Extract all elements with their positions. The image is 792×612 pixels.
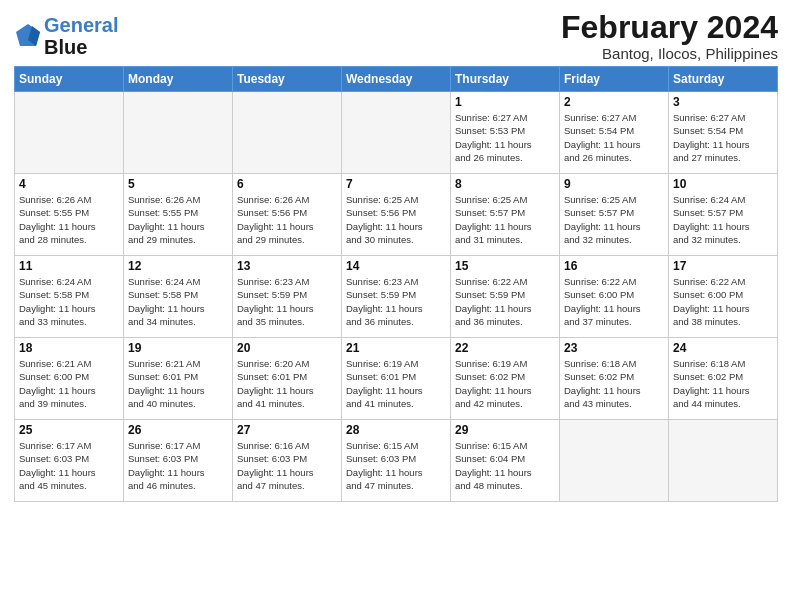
calendar-cell [342, 92, 451, 174]
calendar-cell [124, 92, 233, 174]
day-info: Sunrise: 6:25 AM Sunset: 5:56 PM Dayligh… [346, 193, 446, 246]
calendar-cell: 26Sunrise: 6:17 AM Sunset: 6:03 PM Dayli… [124, 420, 233, 502]
calendar-cell: 25Sunrise: 6:17 AM Sunset: 6:03 PM Dayli… [15, 420, 124, 502]
calendar-cell: 27Sunrise: 6:16 AM Sunset: 6:03 PM Dayli… [233, 420, 342, 502]
day-number: 16 [564, 259, 664, 273]
calendar-cell: 4Sunrise: 6:26 AM Sunset: 5:55 PM Daylig… [15, 174, 124, 256]
day-number: 4 [19, 177, 119, 191]
day-info: Sunrise: 6:25 AM Sunset: 5:57 PM Dayligh… [455, 193, 555, 246]
logo-text: General Blue [44, 14, 118, 58]
day-info: Sunrise: 6:23 AM Sunset: 5:59 PM Dayligh… [346, 275, 446, 328]
day-number: 28 [346, 423, 446, 437]
calendar-cell: 18Sunrise: 6:21 AM Sunset: 6:00 PM Dayli… [15, 338, 124, 420]
day-info: Sunrise: 6:19 AM Sunset: 6:02 PM Dayligh… [455, 357, 555, 410]
day-number: 19 [128, 341, 228, 355]
calendar-cell [233, 92, 342, 174]
day-info: Sunrise: 6:22 AM Sunset: 5:59 PM Dayligh… [455, 275, 555, 328]
day-info: Sunrise: 6:23 AM Sunset: 5:59 PM Dayligh… [237, 275, 337, 328]
day-info: Sunrise: 6:20 AM Sunset: 6:01 PM Dayligh… [237, 357, 337, 410]
day-info: Sunrise: 6:15 AM Sunset: 6:03 PM Dayligh… [346, 439, 446, 492]
weekday-header-monday: Monday [124, 67, 233, 92]
day-info: Sunrise: 6:17 AM Sunset: 6:03 PM Dayligh… [128, 439, 228, 492]
day-info: Sunrise: 6:17 AM Sunset: 6:03 PM Dayligh… [19, 439, 119, 492]
logo: General Blue [14, 14, 118, 58]
day-number: 27 [237, 423, 337, 437]
day-number: 3 [673, 95, 773, 109]
calendar-cell: 6Sunrise: 6:26 AM Sunset: 5:56 PM Daylig… [233, 174, 342, 256]
day-info: Sunrise: 6:27 AM Sunset: 5:54 PM Dayligh… [673, 111, 773, 164]
day-number: 21 [346, 341, 446, 355]
day-number: 20 [237, 341, 337, 355]
header: General Blue February 2024 Bantog, Iloco… [14, 10, 778, 62]
day-number: 8 [455, 177, 555, 191]
calendar-cell [15, 92, 124, 174]
weekday-header-wednesday: Wednesday [342, 67, 451, 92]
calendar-cell: 14Sunrise: 6:23 AM Sunset: 5:59 PM Dayli… [342, 256, 451, 338]
day-info: Sunrise: 6:24 AM Sunset: 5:58 PM Dayligh… [128, 275, 228, 328]
calendar-cell [560, 420, 669, 502]
day-number: 22 [455, 341, 555, 355]
day-number: 23 [564, 341, 664, 355]
calendar-cell: 29Sunrise: 6:15 AM Sunset: 6:04 PM Dayli… [451, 420, 560, 502]
day-number: 2 [564, 95, 664, 109]
calendar-cell: 20Sunrise: 6:20 AM Sunset: 6:01 PM Dayli… [233, 338, 342, 420]
calendar-cell: 9Sunrise: 6:25 AM Sunset: 5:57 PM Daylig… [560, 174, 669, 256]
day-info: Sunrise: 6:16 AM Sunset: 6:03 PM Dayligh… [237, 439, 337, 492]
day-info: Sunrise: 6:24 AM Sunset: 5:58 PM Dayligh… [19, 275, 119, 328]
page-container: General Blue February 2024 Bantog, Iloco… [0, 0, 792, 508]
day-number: 25 [19, 423, 119, 437]
day-info: Sunrise: 6:26 AM Sunset: 5:56 PM Dayligh… [237, 193, 337, 246]
day-info: Sunrise: 6:24 AM Sunset: 5:57 PM Dayligh… [673, 193, 773, 246]
location-title: Bantog, Ilocos, Philippines [561, 45, 778, 62]
calendar-cell: 23Sunrise: 6:18 AM Sunset: 6:02 PM Dayli… [560, 338, 669, 420]
day-info: Sunrise: 6:21 AM Sunset: 6:00 PM Dayligh… [19, 357, 119, 410]
day-info: Sunrise: 6:18 AM Sunset: 6:02 PM Dayligh… [564, 357, 664, 410]
calendar-cell: 17Sunrise: 6:22 AM Sunset: 6:00 PM Dayli… [669, 256, 778, 338]
calendar-cell: 5Sunrise: 6:26 AM Sunset: 5:55 PM Daylig… [124, 174, 233, 256]
day-number: 15 [455, 259, 555, 273]
month-title: February 2024 [561, 10, 778, 45]
weekday-header-thursday: Thursday [451, 67, 560, 92]
day-number: 10 [673, 177, 773, 191]
day-number: 14 [346, 259, 446, 273]
calendar-cell: 7Sunrise: 6:25 AM Sunset: 5:56 PM Daylig… [342, 174, 451, 256]
weekday-header-friday: Friday [560, 67, 669, 92]
calendar-cell: 19Sunrise: 6:21 AM Sunset: 6:01 PM Dayli… [124, 338, 233, 420]
day-info: Sunrise: 6:19 AM Sunset: 6:01 PM Dayligh… [346, 357, 446, 410]
calendar-cell: 10Sunrise: 6:24 AM Sunset: 5:57 PM Dayli… [669, 174, 778, 256]
day-number: 1 [455, 95, 555, 109]
calendar-table: SundayMondayTuesdayWednesdayThursdayFrid… [14, 66, 778, 502]
calendar-cell: 15Sunrise: 6:22 AM Sunset: 5:59 PM Dayli… [451, 256, 560, 338]
calendar-cell: 11Sunrise: 6:24 AM Sunset: 5:58 PM Dayli… [15, 256, 124, 338]
day-number: 29 [455, 423, 555, 437]
calendar-cell: 21Sunrise: 6:19 AM Sunset: 6:01 PM Dayli… [342, 338, 451, 420]
calendar-cell: 2Sunrise: 6:27 AM Sunset: 5:54 PM Daylig… [560, 92, 669, 174]
day-info: Sunrise: 6:15 AM Sunset: 6:04 PM Dayligh… [455, 439, 555, 492]
logo-icon [14, 22, 42, 50]
calendar-cell: 3Sunrise: 6:27 AM Sunset: 5:54 PM Daylig… [669, 92, 778, 174]
day-info: Sunrise: 6:18 AM Sunset: 6:02 PM Dayligh… [673, 357, 773, 410]
day-number: 5 [128, 177, 228, 191]
calendar-cell: 22Sunrise: 6:19 AM Sunset: 6:02 PM Dayli… [451, 338, 560, 420]
day-number: 7 [346, 177, 446, 191]
weekday-header-tuesday: Tuesday [233, 67, 342, 92]
calendar-cell: 28Sunrise: 6:15 AM Sunset: 6:03 PM Dayli… [342, 420, 451, 502]
calendar-cell: 13Sunrise: 6:23 AM Sunset: 5:59 PM Dayli… [233, 256, 342, 338]
day-number: 12 [128, 259, 228, 273]
day-info: Sunrise: 6:21 AM Sunset: 6:01 PM Dayligh… [128, 357, 228, 410]
weekday-header-sunday: Sunday [15, 67, 124, 92]
calendar-cell [669, 420, 778, 502]
day-info: Sunrise: 6:22 AM Sunset: 6:00 PM Dayligh… [673, 275, 773, 328]
weekday-header-saturday: Saturday [669, 67, 778, 92]
day-number: 11 [19, 259, 119, 273]
day-info: Sunrise: 6:27 AM Sunset: 5:54 PM Dayligh… [564, 111, 664, 164]
calendar-cell: 16Sunrise: 6:22 AM Sunset: 6:00 PM Dayli… [560, 256, 669, 338]
day-number: 26 [128, 423, 228, 437]
day-number: 24 [673, 341, 773, 355]
day-info: Sunrise: 6:26 AM Sunset: 5:55 PM Dayligh… [128, 193, 228, 246]
day-number: 9 [564, 177, 664, 191]
calendar-cell: 1Sunrise: 6:27 AM Sunset: 5:53 PM Daylig… [451, 92, 560, 174]
day-info: Sunrise: 6:26 AM Sunset: 5:55 PM Dayligh… [19, 193, 119, 246]
day-info: Sunrise: 6:22 AM Sunset: 6:00 PM Dayligh… [564, 275, 664, 328]
calendar-cell: 8Sunrise: 6:25 AM Sunset: 5:57 PM Daylig… [451, 174, 560, 256]
